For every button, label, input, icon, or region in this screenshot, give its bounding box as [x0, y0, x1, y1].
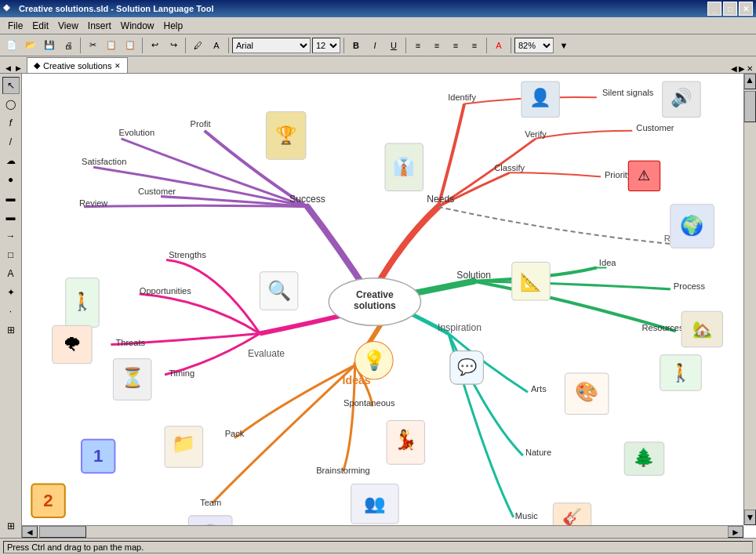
- scroll-down-arrow[interactable]: ▼: [744, 510, 756, 525]
- tab-close-x[interactable]: ✕: [747, 64, 753, 73]
- open-button[interactable]: 📂: [22, 37, 39, 54]
- svg-text:Arts: Arts: [531, 384, 547, 394]
- vertical-scrollbar[interactable]: ▲ ▼: [743, 74, 756, 525]
- svg-text:1: 1: [93, 446, 103, 466]
- tool-dot[interactable]: ·: [2, 303, 20, 320]
- svg-text:Success: Success: [289, 194, 325, 205]
- svg-text:Pack: Pack: [225, 429, 245, 438]
- tool-line[interactable]: /: [2, 133, 20, 151]
- size-selector[interactable]: 12: [312, 38, 340, 53]
- zoom-selector[interactable]: 82%: [514, 38, 554, 53]
- format-button[interactable]: 🖊: [189, 37, 206, 54]
- zoom-dropdown[interactable]: ▼: [555, 37, 572, 54]
- scroll-thumb-x[interactable]: [39, 526, 86, 538]
- horizontal-scrollbar[interactable]: ◄ ►: [22, 525, 743, 538]
- tool-star[interactable]: ✦: [2, 284, 20, 301]
- tab-forward[interactable]: ▶: [739, 64, 745, 73]
- svg-text:Evaluate: Evaluate: [248, 348, 285, 359]
- align-left-button[interactable]: ≡: [409, 37, 427, 54]
- bold-button[interactable]: B: [347, 37, 365, 54]
- svg-text:🎸: 🎸: [562, 507, 583, 525]
- window-controls[interactable]: _ □ ✕: [707, 2, 753, 16]
- tool-arrow[interactable]: →: [2, 227, 20, 245]
- svg-text:🌪: 🌪: [63, 334, 82, 355]
- maximize-button[interactable]: □: [723, 2, 737, 16]
- redo-button[interactable]: ↪: [165, 37, 182, 54]
- svg-text:solutions: solutions: [354, 300, 396, 311]
- svg-text:💃: 💃: [394, 428, 418, 452]
- svg-text:2: 2: [43, 491, 53, 510]
- minimize-button[interactable]: _: [707, 2, 721, 16]
- tab-prev[interactable]: ◀: [3, 63, 13, 73]
- style-button[interactable]: A: [208, 37, 225, 54]
- menu-view[interactable]: View: [53, 19, 83, 33]
- print-button[interactable]: 🖨: [60, 37, 77, 54]
- title-bar: ◆ Creative solutions.sld - Solution Lang…: [0, 0, 756, 17]
- svg-text:Identify: Identify: [448, 92, 476, 102]
- menu-edit[interactable]: Edit: [27, 19, 53, 33]
- menu-insert[interactable]: Insert: [83, 19, 116, 33]
- cut-button[interactable]: ✂: [84, 37, 101, 54]
- sep8: [511, 38, 511, 53]
- scroll-thumb-y[interactable]: [744, 91, 756, 122]
- tool-cloud[interactable]: ☁: [2, 152, 20, 169]
- save-button[interactable]: 💾: [41, 37, 58, 54]
- sep3: [185, 38, 186, 53]
- tool-pointer[interactable]: ↖: [2, 77, 20, 94]
- tool-text[interactable]: A: [2, 265, 20, 282]
- scroll-up-arrow[interactable]: ▲: [744, 74, 756, 89]
- tab-nav[interactable]: ◀ ▶: [3, 63, 24, 73]
- tab-back[interactable]: ◀: [731, 64, 737, 73]
- svg-text:Brainstorming: Brainstorming: [316, 466, 370, 475]
- tool-box[interactable]: □: [2, 246, 20, 263]
- tab-close-button[interactable]: ✕: [114, 62, 121, 70]
- canvas-container[interactable]: Creative solutions Success Needs Solutio…: [22, 74, 756, 538]
- tool-rect[interactable]: ▬: [2, 190, 20, 207]
- color-button[interactable]: A: [490, 37, 507, 54]
- tool-expand[interactable]: ⊞: [2, 517, 20, 535]
- font-selector[interactable]: Arial: [232, 38, 311, 53]
- tool-circle-filled[interactable]: ●: [2, 171, 20, 188]
- paste-button[interactable]: 📋: [122, 37, 139, 54]
- menu-window[interactable]: Window: [116, 19, 159, 33]
- tab-next[interactable]: ▶: [13, 63, 24, 73]
- undo-button[interactable]: ↩: [146, 37, 163, 54]
- underline-button[interactable]: U: [385, 37, 402, 54]
- left-sidebar: ↖ ◯ f / ☁ ● ▬ ▬ → □ A ✦ · ⊞ ⊞: [0, 74, 22, 538]
- sep5: [343, 38, 344, 53]
- svg-text:Music: Music: [515, 511, 538, 521]
- svg-text:Opportunities: Opportunities: [140, 286, 192, 296]
- italic-button[interactable]: I: [366, 37, 383, 54]
- document-area: ↖ ◯ f / ☁ ● ▬ ▬ → □ A ✦ · ⊞ ⊞: [0, 74, 756, 538]
- tool-oval[interactable]: ◯: [2, 96, 20, 113]
- align-center-button[interactable]: ≡: [428, 37, 445, 54]
- status-text: Press Ctrl and drag to pan the map.: [3, 541, 753, 553]
- sep1: [80, 38, 81, 53]
- menu-file[interactable]: File: [3, 19, 27, 33]
- svg-text:🌍: 🌍: [680, 214, 704, 238]
- scroll-right-arrow[interactable]: ►: [728, 526, 743, 538]
- svg-text:💡: 💡: [362, 349, 387, 372]
- new-button[interactable]: 📄: [3, 37, 20, 54]
- copy-button[interactable]: 📋: [103, 37, 120, 54]
- align-right-button[interactable]: ≡: [447, 37, 464, 54]
- menu-bar: File Edit View Insert Window Help: [0, 17, 756, 34]
- svg-text:Needs: Needs: [427, 194, 454, 205]
- scroll-left-arrow[interactable]: ◄: [22, 526, 38, 538]
- status-message: Press Ctrl and drag to pan the map.: [7, 542, 144, 552]
- tab-creative-solutions[interactable]: ◆ Creative solutions ✕: [27, 57, 128, 73]
- svg-text:Customer: Customer: [636, 123, 674, 132]
- tool-grid[interactable]: ⊞: [2, 321, 20, 339]
- align-justify-button[interactable]: ≡: [466, 37, 483, 54]
- menu-help[interactable]: Help: [159, 19, 188, 33]
- window-title: Creative solutions.sld - Solution Langua…: [19, 4, 707, 13]
- tool-rect2[interactable]: ▬: [2, 209, 20, 226]
- svg-text:Inspiration: Inspiration: [438, 322, 482, 333]
- mindmap-canvas: Creative solutions Success Needs Solutio…: [22, 74, 743, 525]
- svg-text:👥: 👥: [364, 493, 386, 514]
- close-button[interactable]: ✕: [739, 2, 753, 16]
- status-bar: Press Ctrl and drag to pan the map.: [0, 538, 756, 555]
- tool-curve[interactable]: f: [2, 114, 20, 132]
- svg-text:🚶: 🚶: [71, 291, 93, 312]
- svg-text:🏆: 🏆: [275, 125, 297, 146]
